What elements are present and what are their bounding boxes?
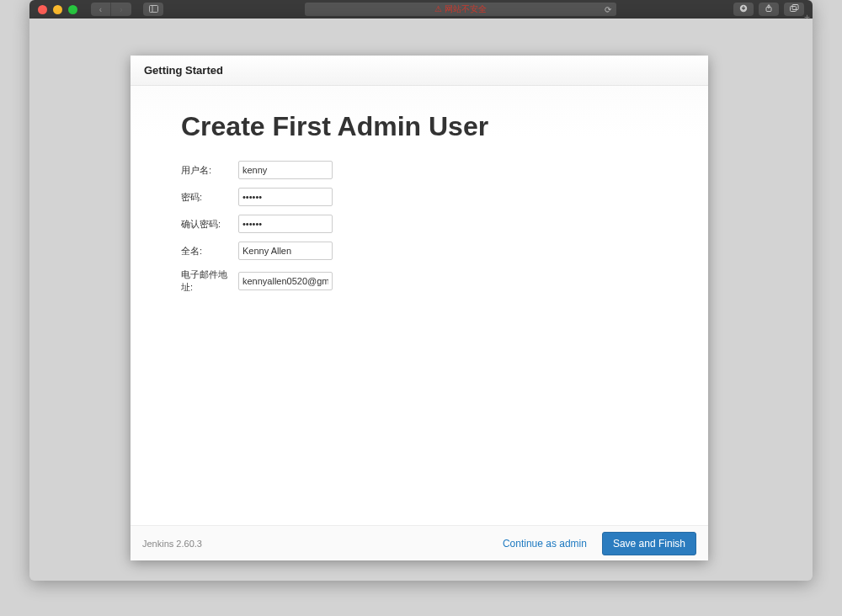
nav-buttons: ‹ › <box>91 3 131 16</box>
form-row-fullname: 全名: <box>181 242 658 260</box>
wizard-body: Create First Admin User 用户名: 密码: 确认密码: 全… <box>131 86 708 525</box>
version-text: Jenkins 2.60.3 <box>142 539 202 549</box>
confirm-password-label: 确认密码: <box>181 218 238 231</box>
share-button[interactable] <box>759 3 779 16</box>
browser-toolbar: ‹ › ⚠ 网站不安全 ⟳ + <box>29 0 813 19</box>
fullname-label: 全名: <box>181 245 238 258</box>
email-label: 电子邮件地址: <box>181 268 238 294</box>
refresh-icon[interactable]: ⟳ <box>605 5 611 14</box>
chevron-left-icon: ‹ <box>99 5 102 14</box>
email-input[interactable] <box>238 272 333 290</box>
sidebar-toggle-button[interactable] <box>143 3 163 16</box>
password-input[interactable] <box>238 188 333 206</box>
minimize-window-button[interactable] <box>53 5 62 14</box>
username-label: 用户名: <box>181 164 238 177</box>
toolbar-right <box>733 3 804 16</box>
tabs-button[interactable] <box>784 3 804 16</box>
chevron-right-icon: › <box>120 5 122 14</box>
form-row-confirm-password: 确认密码: <box>181 215 658 233</box>
back-button[interactable]: ‹ <box>91 3 111 16</box>
wizard-header-title: Getting Started <box>144 64 223 77</box>
fullname-input[interactable] <box>238 242 333 260</box>
download-icon <box>739 4 748 14</box>
sidebar-icon <box>149 5 158 14</box>
svg-rect-5 <box>792 5 798 10</box>
setup-wizard-panel: Getting Started Create First Admin User … <box>131 56 708 560</box>
form-row-username: 用户名: <box>181 161 658 179</box>
wizard-footer: Jenkins 2.60.3 Continue as admin Save an… <box>131 525 708 560</box>
share-icon <box>765 4 773 14</box>
form-row-password: 密码: <box>181 188 658 206</box>
wizard-header: Getting Started <box>131 56 708 86</box>
address-text: ⚠ 网站不安全 <box>434 3 487 15</box>
svg-rect-0 <box>149 5 157 12</box>
continue-as-admin-button[interactable]: Continue as admin <box>494 533 595 555</box>
password-label: 密码: <box>181 191 238 204</box>
close-window-button[interactable] <box>38 5 47 14</box>
tabs-icon <box>790 4 799 14</box>
page-title: Create First Admin User <box>181 111 658 142</box>
downloads-button[interactable] <box>733 3 754 16</box>
forward-button[interactable]: › <box>111 3 131 16</box>
save-and-finish-button[interactable]: Save and Finish <box>602 532 696 555</box>
svg-rect-4 <box>790 7 796 12</box>
address-bar[interactable]: ⚠ 网站不安全 ⟳ <box>305 3 616 16</box>
page-background: Getting Started Create First Admin User … <box>29 19 813 581</box>
confirm-password-input[interactable] <box>238 215 333 233</box>
window-controls <box>38 5 77 14</box>
username-input[interactable] <box>238 161 333 179</box>
maximize-window-button[interactable] <box>68 5 77 14</box>
form-row-email: 电子邮件地址: <box>181 268 658 294</box>
